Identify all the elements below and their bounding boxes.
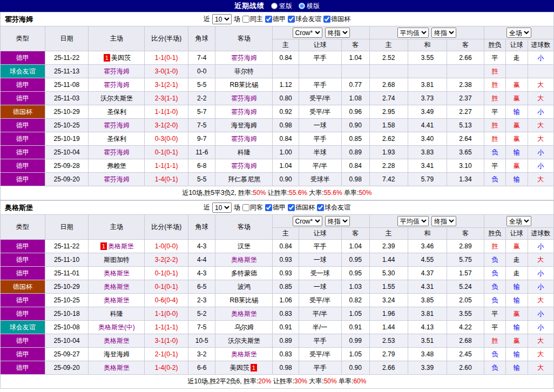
avg-home: 1.44 xyxy=(369,253,408,267)
league-filter[interactable]: 球会友谊 xyxy=(317,203,350,212)
odds-stage-select[interactable]: 终指 xyxy=(325,216,350,226)
bookmaker-select[interactable]: Crow* xyxy=(293,28,322,38)
league-filter[interactable]: 德国杯 xyxy=(288,203,315,212)
col-result-wl: 胜负 xyxy=(484,228,505,240)
match-row: 德甲25-11-10斯图加特3-2(2-2)4-4奥格斯堡0.93一球0.951… xyxy=(1,253,554,267)
league-checkbox[interactable] xyxy=(317,204,324,211)
league-checkbox[interactable] xyxy=(288,204,295,211)
avg-source-select[interactable]: 平均值 xyxy=(397,28,429,38)
match-date: 25-10-29 xyxy=(45,280,89,294)
match-score: 3-1(2-1) xyxy=(145,78,188,92)
filter-bar: 近 10 场 同客 德甲德国杯球会友谊 xyxy=(204,202,350,213)
same-venue-checkbox[interactable] xyxy=(242,16,249,23)
avg-home: 2.62 xyxy=(369,132,408,146)
result-winlose: 负 xyxy=(484,361,505,375)
result-winlose: 胜 xyxy=(484,78,505,92)
avg-home: 1.58 xyxy=(369,119,408,132)
result-winlose: 胜 xyxy=(484,92,505,105)
corner-score: 5-5 xyxy=(188,173,215,186)
match-date: 25-11-22 xyxy=(45,51,89,65)
avg-away: 2.89 xyxy=(447,240,484,253)
match-date: 25-11-03 xyxy=(45,92,89,105)
odds-home: 0.91 xyxy=(273,321,299,334)
odds-home: 0.85 xyxy=(273,280,299,294)
result-handicap: 输 xyxy=(506,105,528,119)
league-checkbox[interactable] xyxy=(323,16,330,23)
league-filter[interactable]: 德甲 xyxy=(265,203,286,212)
match-score: 1-1(0-0) xyxy=(145,307,188,321)
col-result-handicap: 让球 xyxy=(506,39,528,51)
team-link: 弗赖堡 xyxy=(107,162,126,170)
match-score: 1-1(1-1) xyxy=(145,159,188,173)
odds-home: 0.83 xyxy=(273,307,299,321)
match-count-select[interactable]: 10 xyxy=(212,14,232,24)
avg-away: 2.45 xyxy=(447,348,484,361)
league-checkbox[interactable] xyxy=(288,16,295,23)
same-venue-filter[interactable]: 同主 xyxy=(242,15,263,24)
league-filter[interactable]: 德国杯 xyxy=(323,15,350,24)
match-row: 德甲25-10-04霍芬海姆0-1(0-1)11-6科隆1.00半球0.891.… xyxy=(1,146,554,159)
team-link: 奥格斯堡 xyxy=(231,310,257,317)
away-team: 波鸿 xyxy=(215,280,273,294)
avg-home: 1.96 xyxy=(369,307,408,321)
avg-away: 2.66 xyxy=(447,51,484,65)
odds-stage-select[interactable]: 终指 xyxy=(325,28,350,38)
result-scope-select[interactable]: 全场 xyxy=(506,28,531,38)
team-link: 霍芬海姆 xyxy=(231,54,257,62)
corner-score: 7-4 xyxy=(188,51,215,65)
avg-home: 2.52 xyxy=(369,51,408,65)
match-count-select[interactable]: 10 xyxy=(212,202,232,213)
home-team: 奥格斯堡 xyxy=(89,361,145,375)
summary-stat-label: 让胜率: xyxy=(268,189,289,197)
bookmaker-select[interactable]: Crow* xyxy=(293,216,322,226)
odds-handicap xyxy=(299,65,341,78)
team-header-row: 霍芬海姆 近 10 场 同主 德甲球会友谊德国杯 xyxy=(0,12,554,26)
result-handicap: 赢 xyxy=(506,307,528,321)
result-goals: 大 xyxy=(528,119,554,132)
odds-home: 0.98 xyxy=(273,119,299,132)
layout-option-horizontal[interactable]: 横版 xyxy=(299,2,320,11)
result-goals xyxy=(528,65,554,78)
results-table: 类型 日期 主场 比分(半场) 角球 客场 Crow* 终指 平均值 终指 xyxy=(0,26,554,200)
same-venue-filter[interactable]: 同客 xyxy=(242,203,263,212)
odds-away: 0.90 xyxy=(341,119,369,132)
team-name: 霍芬海姆 xyxy=(5,12,33,26)
summary-stat-label: 单率: xyxy=(344,189,359,197)
league-checkbox[interactable] xyxy=(265,16,272,23)
odds-away: 0.84 xyxy=(341,159,369,173)
horizontal-layout-radio[interactable] xyxy=(299,3,305,9)
league-filter[interactable]: 德甲 xyxy=(265,15,286,24)
league-filter-label: 德甲 xyxy=(273,15,286,24)
team-link: 菲尔特 xyxy=(234,67,254,75)
result-handicap: 输 xyxy=(506,361,528,375)
avg-stage-select[interactable]: 终指 xyxy=(431,28,456,38)
home-team: 霍芬海姆 xyxy=(89,119,145,132)
result-handicap: 输 xyxy=(506,146,528,159)
result-goals: 大 xyxy=(528,348,554,361)
result-scope-select[interactable]: 全场 xyxy=(506,216,531,226)
odds-away xyxy=(341,65,369,78)
league-filter[interactable]: 球会友谊 xyxy=(288,15,321,24)
layout-option-vertical[interactable]: 竖版 xyxy=(271,2,292,11)
vertical-layout-radio[interactable] xyxy=(271,3,278,9)
result-winlose: 负 xyxy=(484,253,505,267)
home-team: 霍芬海姆 xyxy=(89,65,145,78)
avg-source-select[interactable]: 平均值 xyxy=(397,216,429,226)
odds-handicap: 一球 xyxy=(299,253,341,267)
result-select-group: 全场 xyxy=(484,26,553,39)
avg-away: 1.57 xyxy=(447,267,484,280)
same-venue-checkbox[interactable] xyxy=(242,204,249,211)
odds-away: 0.99 xyxy=(341,334,369,348)
avg-away: 5.24 xyxy=(447,280,484,294)
result-handicap: 赢 xyxy=(506,92,528,105)
avg-stage-select[interactable]: 终指 xyxy=(431,216,456,226)
league-checkbox[interactable] xyxy=(265,204,272,211)
odds-handicap: 受球半 xyxy=(299,173,341,186)
summary-row: 近10场,胜5平3负2, 胜率:50% 让胜率:55.6% 大率:55.6% 单… xyxy=(1,186,554,200)
odds-handicap: 平/半 xyxy=(299,307,341,321)
avg-draw: 4.55 xyxy=(408,253,447,267)
team-link: 霍芬海姆 xyxy=(231,135,257,143)
match-rows: 德甲25-11-221美因茨1-1(0-1)7-4霍芬海姆0.84平手1.042… xyxy=(1,51,554,186)
result-goals: 小 xyxy=(528,105,554,119)
match-score: 1-0(0-0) xyxy=(145,240,188,253)
